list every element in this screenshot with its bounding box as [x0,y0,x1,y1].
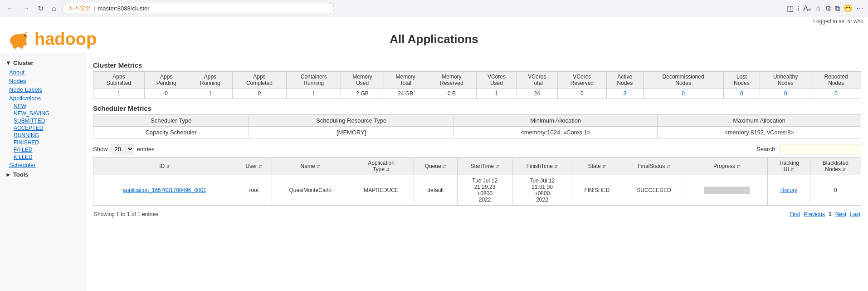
col-start-time[interactable]: StartTime ⇵ [458,158,512,175]
menu-icon[interactable]: ⋯ [856,4,863,13]
col-queue[interactable]: Queue ⇵ [414,158,457,175]
display-icon[interactable]: ◫ [787,4,794,13]
col-blacklisted-nodes[interactable]: BlacklistedNodes ⇵ [810,158,861,175]
sidebar-item-killed[interactable]: KILLED [0,153,86,161]
col-lost-nodes: LostNodes [723,72,760,89]
val-active-nodes[interactable]: 3 [607,89,643,99]
val-decommissioned-nodes[interactable]: 0 [643,89,723,99]
home-button[interactable]: ⌂ [49,4,59,14]
sidebar-tools-section[interactable]: ► Tools [0,169,86,180]
settings-icon[interactable]: ⚙ [825,4,831,13]
forward-button[interactable]: → [20,4,32,14]
url-text: master:8088/cluster [98,5,149,12]
col-progress[interactable]: Progress ⇵ [686,158,767,175]
val-scheduling-resource-type: [MEMORY] [249,127,454,138]
grid-icon[interactable]: ⁝ [797,4,800,13]
sidebar-item-new-saving[interactable]: NEW_SAVING [0,110,86,117]
val-apps-completed: 0 [232,89,287,99]
sidebar-cluster-section[interactable]: ▼ Cluster [0,58,86,68]
address-bar[interactable]: ⚠ 不安全 | master:8088/cluster [62,3,334,14]
security-warning: ⚠ 不安全 [68,5,91,12]
col-apps-submitted: AppsSubmitted [93,72,145,89]
sidebar-item-scheduler[interactable]: Scheduler [0,161,86,169]
sidebar-item-applications[interactable]: Applications [0,94,86,103]
hadoop-elephant-icon [5,28,32,50]
pagination-current: 1 [829,211,832,217]
scheduler-metrics-header: Scheduler Metrics [93,104,861,112]
cluster-metrics-header: Cluster Metrics [93,61,861,69]
pagination-last[interactable]: Last [850,211,860,217]
showing-text: Showing 1 to 1 of 1 entries [94,211,158,217]
search-box: Search: [756,144,861,154]
bookmark-icon[interactable]: ⧉ [835,5,840,13]
col-memory-total: MemoryTotal [384,72,427,89]
val-rebooted-nodes[interactable]: 0 [811,89,861,99]
search-input[interactable] [780,144,861,154]
reload-button[interactable]: ↻ [35,3,46,14]
col-decommissioned-nodes: DecommissionedNodes [643,72,723,89]
cluster-label: Cluster [13,59,34,66]
col-app-type[interactable]: ApplicationType ⇵ [349,158,414,175]
sidebar-item-about[interactable]: About [0,68,86,77]
col-rebooted-nodes: RebootedNodes [811,72,861,89]
col-name[interactable]: Name ⇵ [272,158,349,175]
col-state[interactable]: State ⇵ [572,158,622,175]
cluster-metrics-table: AppsSubmitted AppsPending AppsRunning Ap… [93,71,861,99]
entries-select[interactable]: 20 50 100 [111,144,134,154]
logged-in-text: Logged in as: dr.who [813,18,863,25]
queue-sort-icon: ⇵ [443,164,446,169]
hadoop-brand-text: hadoop [34,30,97,49]
state-sort-icon: ⇵ [602,164,606,169]
sidebar-item-failed[interactable]: FAILED [0,146,86,153]
col-apps-running: AppsRunning [188,72,232,89]
show-label: Show [93,146,108,153]
col-apps-pending: AppsPending [145,72,188,89]
cell-app-type: MAPREDUCE [349,175,414,206]
scheduler-metrics-table: Scheduler Type Scheduling Resource Type … [93,114,861,138]
cell-state: FINISHED [572,175,622,206]
star-icon[interactable]: ☆ [815,4,821,13]
sidebar-item-nodes[interactable]: Nodes [0,77,86,85]
col-final-status[interactable]: FinalStatus ⇵ [622,158,686,175]
sidebar: ▼ Cluster About Nodes Node Labels Applic… [0,53,86,291]
show-entries-control: Show 20 50 100 entries [93,144,155,154]
col-minimum-allocation: Minimum Allocation [454,115,658,127]
val-containers-running: 1 [287,89,341,99]
top-bar: Logged in as: dr.who [0,17,868,25]
sidebar-item-accepted[interactable]: ACCEPTED [0,124,86,132]
val-unhealthy-nodes[interactable]: 0 [760,89,811,99]
id-sort-icon: ⇵ [166,164,170,169]
profile-icon[interactable]: 😁 [844,4,853,13]
cluster-arrow-icon: ▼ [5,59,11,66]
user-sort-icon: ⇵ [258,164,262,169]
pagination-previous[interactable]: Previous [804,211,825,217]
sidebar-item-finished[interactable]: FINISHED [0,139,86,146]
back-button[interactable]: ← [5,4,16,14]
col-finish-time[interactable]: FinishTime ⇵ [512,158,572,175]
page-title: All Applications [390,32,478,46]
col-memory-reserved: MemoryReserved [427,72,477,89]
cell-tracking-ui[interactable]: History [768,175,810,206]
sidebar-item-node-labels[interactable]: Node Labels [0,85,86,94]
header-area: hadoop All Applications [0,25,868,53]
cell-id[interactable]: application_1657631700496_0001 [93,175,236,206]
table-footer: Showing 1 to 1 of 1 entries First Previo… [93,209,861,219]
progress-bar [704,187,750,194]
pagination-first[interactable]: First [790,211,800,217]
col-unhealthy-nodes: UnhealthyNodes [760,72,811,89]
col-tracking-ui[interactable]: TrackingUI ⇵ [768,158,810,175]
font-icon[interactable]: Aₑ [803,4,811,13]
sidebar-item-new[interactable]: NEW [0,103,86,110]
sidebar-item-running[interactable]: RUNNING [0,132,86,139]
col-user[interactable]: User ⇵ [236,158,272,175]
pagination-next[interactable]: Next [835,211,847,217]
tools-label: Tools [13,171,29,178]
sidebar-item-submitted[interactable]: SUBMITTED [0,117,86,124]
val-vcores-used: 1 [476,89,517,99]
tracking-sort-icon: ⇵ [790,167,794,172]
col-id[interactable]: ID ⇵ [93,158,236,175]
col-scheduler-type: Scheduler Type [93,115,249,127]
val-lost-nodes[interactable]: 0 [723,89,760,99]
col-maximum-allocation: Maximum Allocation [658,115,861,127]
col-apps-completed: AppsCompleted [232,72,287,89]
